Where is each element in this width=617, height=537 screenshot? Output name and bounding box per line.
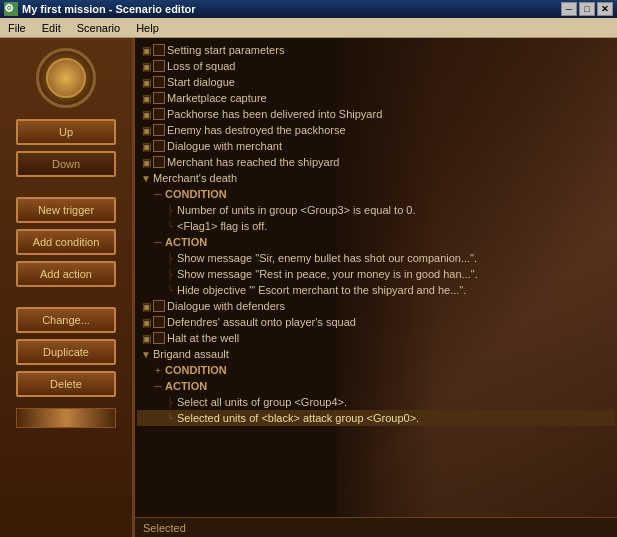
status-text: Selected	[143, 522, 186, 534]
tree-label-dialogue-merchant: Dialogue with merchant	[167, 140, 615, 152]
down-button[interactable]: Down	[16, 151, 116, 177]
menu-file[interactable]: File	[4, 20, 30, 36]
tree-item-dialogue-merchant[interactable]: ▣ Dialogue with merchant	[137, 138, 615, 154]
checkbox-icon-enemy: ▣	[139, 123, 153, 137]
menu-scenario[interactable]: Scenario	[73, 20, 124, 36]
tree-item-flag1-off[interactable]: └ <Flag1> flag is off.	[137, 218, 615, 234]
expand-icon-action[interactable]: ─	[151, 235, 165, 249]
tree-item-condition-header[interactable]: ─ CONDITION	[137, 186, 615, 202]
line-icon-msg1: ├	[163, 251, 177, 265]
checkbox-defendres-assault[interactable]	[153, 316, 165, 328]
expand-icon-condition[interactable]: ─	[151, 187, 165, 201]
title-bar: ⚙ My first mission - Scenario editor ─ □…	[0, 0, 617, 18]
tree-item-number-of-units[interactable]: ├ Number of units in group <Group3> is e…	[137, 202, 615, 218]
checkbox-icon: ▣	[139, 43, 153, 57]
checkbox-start-dialogue[interactable]	[153, 76, 165, 88]
tree-item-action-header[interactable]: ─ ACTION	[137, 234, 615, 250]
tree-label-flag1-off: <Flag1> flag is off.	[177, 220, 615, 232]
tree-item-enemy-destroyed[interactable]: ▣ Enemy has destroyed the packhorse	[137, 122, 615, 138]
minimize-button[interactable]: ─	[561, 2, 577, 16]
app-icon: ⚙	[4, 2, 18, 16]
main-area: Up Down New trigger Add condition Add ac…	[0, 38, 617, 537]
menu-bar: File Edit Scenario Help	[0, 18, 617, 38]
tree-item-merchant-reached[interactable]: ▣ Merchant has reached the shipyard	[137, 154, 615, 170]
left-panel: Up Down New trigger Add condition Add ac…	[0, 38, 135, 537]
checkbox-loss-of-squad[interactable]	[153, 60, 165, 72]
line-icon-select: ├	[163, 395, 177, 409]
tree-label-brigand-action: ACTION	[165, 380, 615, 392]
tree-label-brigand-condition: CONDITION	[165, 364, 615, 376]
tree-label-marketplace: Marketplace capture	[167, 92, 615, 104]
expand-icon-merchants-death[interactable]: ▼	[139, 171, 153, 185]
checkbox-icon-halt: ▣	[139, 331, 153, 345]
tree-item-merchants-death[interactable]: ▼ Merchant's death	[137, 170, 615, 186]
checkbox-marketplace[interactable]	[153, 92, 165, 104]
checkbox-packhorse[interactable]	[153, 108, 165, 120]
tree-item-marketplace[interactable]: ▣ Marketplace capture	[137, 90, 615, 106]
checkbox-icon-merchant-reached: ▣	[139, 155, 153, 169]
checkbox-icon-start: ▣	[139, 75, 153, 89]
tree-content: ▣ Setting start parameters ▣ Loss of squ…	[135, 38, 617, 430]
tree-label-halt-at-well: Halt at the well	[167, 332, 615, 344]
tree-panel[interactable]: ▣ Setting start parameters ▣ Loss of squ…	[135, 38, 617, 537]
tree-item-show-message1[interactable]: ├ Show message "Sir, enemy bullet has sh…	[137, 250, 615, 266]
checkbox-icon-dialogue-def: ▣	[139, 299, 153, 313]
checkbox-enemy[interactable]	[153, 124, 165, 136]
tree-item-selected-units[interactable]: └ Selected units of <black> attack group…	[137, 410, 615, 426]
tree-item-setting-start[interactable]: ▣ Setting start parameters	[137, 42, 615, 58]
menu-help[interactable]: Help	[132, 20, 163, 36]
checkbox-icon-packhorse: ▣	[139, 107, 153, 121]
tree-item-packhorse[interactable]: ▣ Packhorse has been delivered into Ship…	[137, 106, 615, 122]
tree-item-select-units[interactable]: ├ Select all units of group <Group4>.	[137, 394, 615, 410]
tree-item-loss-of-squad[interactable]: ▣ Loss of squad	[137, 58, 615, 74]
tree-item-show-message2[interactable]: ├ Show message "Rest in peace, your mone…	[137, 266, 615, 282]
decorative-bar	[16, 408, 116, 428]
tree-label-show-message2: Show message "Rest in peace, your money …	[177, 268, 615, 280]
change-button[interactable]: Change...	[16, 307, 116, 333]
checkbox-dialogue-merchant[interactable]	[153, 140, 165, 152]
tree-item-halt-at-well[interactable]: ▣ Halt at the well	[137, 330, 615, 346]
expand-icon-brigand-act[interactable]: ─	[151, 379, 165, 393]
new-trigger-button[interactable]: New trigger	[16, 197, 116, 223]
line-icon-hide: └	[163, 283, 177, 297]
checkbox-setting-start[interactable]	[153, 44, 165, 56]
tree-label-defendres-assault: Defendres' assault onto player's squad	[167, 316, 615, 328]
expand-icon-brigand[interactable]: ▼	[139, 347, 153, 361]
duplicate-button[interactable]: Duplicate	[16, 339, 116, 365]
title-controls: ─ □ ✕	[561, 2, 613, 16]
status-bar: Selected	[135, 517, 617, 537]
checkbox-halt-at-well[interactable]	[153, 332, 165, 344]
menu-edit[interactable]: Edit	[38, 20, 65, 36]
tree-item-brigand-action[interactable]: ─ ACTION	[137, 378, 615, 394]
add-action-button[interactable]: Add action	[16, 261, 116, 287]
decorative-inner	[46, 58, 86, 98]
tree-label-merchants-death: Merchant's death	[153, 172, 615, 184]
tree-label-dialogue-defenders: Dialogue with defenders	[167, 300, 615, 312]
tree-item-hide-objective[interactable]: └ Hide objective '" Escort merchant to t…	[137, 282, 615, 298]
tree-item-brigand-condition[interactable]: + CONDITION	[137, 362, 615, 378]
tree-item-dialogue-defenders[interactable]: ▣ Dialogue with defenders	[137, 298, 615, 314]
tree-label-packhorse: Packhorse has been delivered into Shipya…	[167, 108, 615, 120]
delete-button[interactable]: Delete	[16, 371, 116, 397]
title-bar-left: ⚙ My first mission - Scenario editor	[4, 2, 196, 16]
tree-label-enemy-destroyed: Enemy has destroyed the packhorse	[167, 124, 615, 136]
maximize-button[interactable]: □	[579, 2, 595, 16]
checkbox-dialogue-defenders[interactable]	[153, 300, 165, 312]
tree-item-brigand-assault[interactable]: ▼ Brigand assault	[137, 346, 615, 362]
tree-item-defendres-assault[interactable]: ▣ Defendres' assault onto player's squad	[137, 314, 615, 330]
expand-icon-brigand-cond[interactable]: +	[151, 363, 165, 377]
line-icon-selected: └	[163, 411, 177, 425]
close-button[interactable]: ✕	[597, 2, 613, 16]
line-icon-msg2: ├	[163, 267, 177, 281]
add-condition-button[interactable]: Add condition	[16, 229, 116, 255]
checkbox-merchant-reached[interactable]	[153, 156, 165, 168]
up-button[interactable]: Up	[16, 119, 116, 145]
tree-label-selected-units: Selected units of <black> attack group <…	[177, 412, 615, 424]
tree-label-setting-start: Setting start parameters	[167, 44, 615, 56]
checkbox-icon-dialogue: ▣	[139, 139, 153, 153]
tree-label-brigand-assault: Brigand assault	[153, 348, 615, 360]
checkbox-icon-loss: ▣	[139, 59, 153, 73]
line-icon-units: ├	[163, 203, 177, 217]
tree-item-start-dialogue[interactable]: ▣ Start dialogue	[137, 74, 615, 90]
tree-label-loss-of-squad: Loss of squad	[167, 60, 615, 72]
